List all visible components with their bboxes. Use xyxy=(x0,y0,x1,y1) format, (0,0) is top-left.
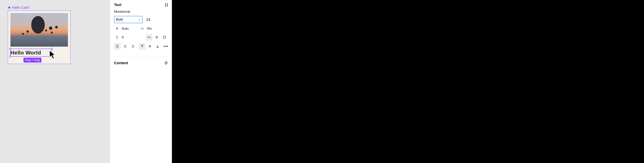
resize-mode-group xyxy=(146,34,168,40)
component-icon xyxy=(8,6,11,9)
font-family-select[interactable]: Montserrat xyxy=(114,10,168,14)
paragraph-spacing-icon xyxy=(114,34,120,40)
align-left-button[interactable] xyxy=(114,43,121,50)
fixed-size-button[interactable] xyxy=(161,34,168,40)
more-text-options-button[interactable] xyxy=(164,46,168,47)
font-weight-select[interactable]: Bold xyxy=(114,16,142,23)
letter-spacing-input[interactable]: 0% xyxy=(147,27,152,30)
chevron-down-icon xyxy=(138,18,140,21)
horizontal-align-group xyxy=(114,43,136,50)
paragraph-spacing-input[interactable]: 0 xyxy=(122,36,124,39)
content-section-title: Content xyxy=(114,61,128,65)
card-image-placeholder xyxy=(10,13,68,46)
align-top-button[interactable] xyxy=(139,43,146,50)
text-style-options-icon[interactable] xyxy=(165,4,168,6)
align-middle-button[interactable] xyxy=(146,43,153,50)
font-size-input[interactable]: 24 xyxy=(145,18,150,22)
align-right-button[interactable] xyxy=(130,43,136,50)
text-node-selection[interactable]: Hello World xyxy=(10,49,52,57)
canvas-pane[interactable]: Hello Card Hello World Hug × Hug xyxy=(0,0,110,163)
align-center-button[interactable] xyxy=(122,43,128,50)
line-height-icon xyxy=(114,26,120,32)
auto-width-button[interactable] xyxy=(146,34,152,40)
component-label[interactable]: Hello Card xyxy=(8,5,29,10)
vertical-align-group xyxy=(139,43,161,50)
apply-content-icon[interactable] xyxy=(164,60,168,66)
svg-rect-0 xyxy=(164,36,166,38)
autolayout-size-badge: Hug × Hug xyxy=(24,58,42,62)
text-section-title: Text xyxy=(114,3,122,7)
letter-spacing-icon xyxy=(139,26,145,32)
text-node[interactable]: Hello World xyxy=(10,49,52,57)
properties-panel: Text Montserrat Bold 24 Auto xyxy=(110,0,172,163)
align-bottom-button[interactable] xyxy=(154,43,161,50)
component-label-text: Hello Card xyxy=(12,5,29,10)
auto-height-button[interactable] xyxy=(154,34,160,40)
line-height-input[interactable]: Auto xyxy=(122,27,129,30)
font-weight-value: Bold xyxy=(116,18,123,22)
